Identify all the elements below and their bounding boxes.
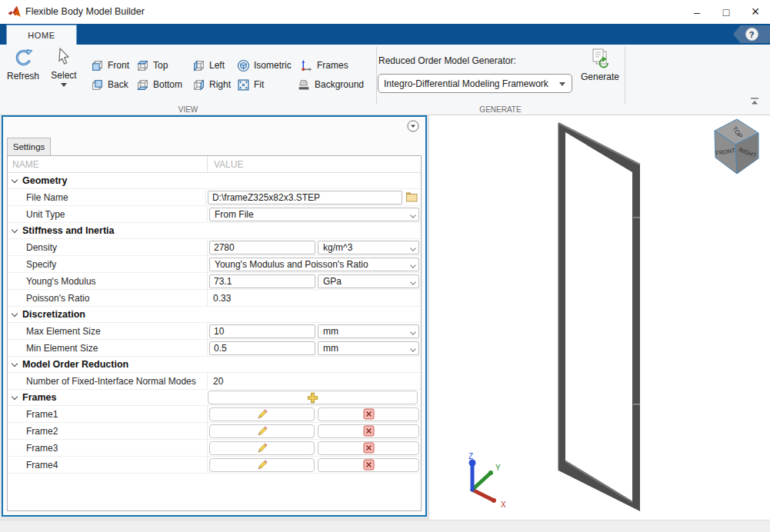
window-controls: – □ × bbox=[682, 0, 770, 24]
app-window: Flexible Body Model Builder – □ × HOME ?… bbox=[0, 0, 770, 532]
edit-pencil-icon bbox=[256, 425, 268, 437]
folder-icon bbox=[405, 191, 418, 203]
unit-type-dropdown[interactable]: From File bbox=[209, 208, 419, 221]
help-button[interactable]: ? bbox=[733, 25, 770, 43]
view-fit-button[interactable]: Fit bbox=[237, 76, 264, 93]
view-top-button[interactable]: Top bbox=[136, 57, 168, 74]
section-row-discretization[interactable]: Discretization bbox=[8, 307, 421, 323]
edit-frame2-button[interactable] bbox=[209, 424, 315, 438]
add-frame-button[interactable] bbox=[208, 391, 418, 404]
ribbon-tab-bar: HOME ? bbox=[0, 24, 770, 45]
generate-icon bbox=[589, 48, 611, 69]
matlab-logo-icon bbox=[8, 5, 21, 18]
chevron-down-icon bbox=[559, 82, 565, 86]
column-header-value: VALUE bbox=[208, 156, 421, 172]
view-left-button[interactable]: Left bbox=[192, 57, 225, 74]
generate-section-label: GENERATE bbox=[376, 105, 625, 114]
refresh-button[interactable]: Refresh bbox=[6, 48, 40, 81]
table-row-poissons-ratio: Poisson's Ratio 0.33 bbox=[8, 290, 421, 307]
min-element-size-input[interactable] bbox=[209, 341, 315, 355]
chevron-down-icon bbox=[410, 262, 416, 268]
table-row-normal-modes: Number of Fixed-Interface Normal Modes 2… bbox=[8, 373, 421, 390]
cube-top-icon bbox=[136, 59, 149, 72]
density-input[interactable] bbox=[209, 241, 315, 254]
youngs-modulus-input[interactable] bbox=[209, 274, 315, 288]
delete-frame3-button[interactable] bbox=[318, 441, 419, 455]
edit-frame3-button[interactable] bbox=[209, 441, 315, 455]
chevron-down-icon bbox=[410, 245, 416, 251]
tab-home[interactable]: HOME bbox=[6, 25, 77, 45]
view-right-button[interactable]: Right bbox=[192, 76, 231, 93]
section-row-frames[interactable]: Frames bbox=[8, 390, 421, 406]
file-name-input[interactable] bbox=[208, 191, 402, 204]
table-row-frame3: Frame3 bbox=[8, 440, 421, 457]
table-row-file-name: File Name bbox=[8, 189, 421, 206]
panel-collapse-button[interactable] bbox=[407, 120, 419, 132]
section-row-stiffness[interactable]: Stiffness and Inertia bbox=[8, 223, 421, 239]
rom-generator-label: Reduced Order Model Generator: bbox=[378, 55, 516, 66]
edit-pencil-icon bbox=[256, 459, 268, 471]
delete-icon bbox=[363, 442, 375, 454]
view-front-button[interactable]: Front bbox=[91, 57, 129, 74]
table-row-frame2: Frame2 bbox=[8, 423, 421, 440]
max-element-size-input[interactable] bbox=[209, 324, 315, 338]
youngs-modulus-unit-dropdown[interactable]: GPa bbox=[318, 274, 419, 288]
axes-triad: X Y Z bbox=[468, 452, 506, 509]
table-row-unit-type: Unit Type From File bbox=[8, 206, 421, 223]
table-header: NAME VALUE bbox=[8, 156, 421, 173]
cube-right-icon bbox=[192, 78, 205, 91]
specify-dropdown[interactable]: Young's Modulus and Poisson's Ratio bbox=[209, 258, 419, 271]
close-button[interactable]: × bbox=[741, 0, 770, 24]
status-bar bbox=[0, 520, 770, 532]
cube-bottom-icon bbox=[136, 78, 149, 91]
edit-frame4-button[interactable] bbox=[209, 458, 315, 472]
table-row-min-element-size: Min Element Size mm bbox=[8, 340, 421, 357]
view-background-button[interactable]: Background bbox=[297, 76, 364, 93]
table-row-specify: Specify Young's Modulus and Poisson's Ra… bbox=[8, 256, 421, 273]
axis-x-label: X bbox=[501, 500, 506, 509]
edit-frame1-button[interactable] bbox=[209, 407, 315, 421]
tab-settings[interactable]: Settings bbox=[7, 138, 51, 155]
rom-generator-dropdown[interactable]: Integro-Differential Modeling Framework bbox=[378, 74, 572, 93]
delete-frame4-button[interactable] bbox=[318, 458, 419, 472]
section-row-geometry[interactable]: Geometry bbox=[8, 173, 421, 189]
normal-modes-value[interactable]: 20 bbox=[209, 376, 223, 387]
background-icon bbox=[297, 78, 311, 91]
chevron-down-icon bbox=[12, 226, 18, 232]
frames-icon bbox=[299, 59, 313, 72]
max-element-unit-dropdown[interactable]: mm bbox=[318, 324, 419, 338]
view-back-button[interactable]: Back bbox=[91, 76, 128, 93]
table-row-frame4: Frame4 bbox=[8, 457, 421, 474]
generate-button[interactable]: Generate bbox=[578, 48, 622, 82]
view-isometric-button[interactable]: Isometric bbox=[237, 57, 292, 74]
chevron-down-icon bbox=[12, 310, 18, 316]
min-element-unit-dropdown[interactable]: mm bbox=[318, 341, 419, 355]
fit-icon bbox=[237, 78, 250, 91]
model-viewport[interactable]: TOP FRONT RIGHT X Y Z bbox=[428, 115, 770, 520]
maximize-button[interactable]: □ bbox=[712, 0, 741, 24]
view-frames-button[interactable]: Frames bbox=[299, 57, 348, 74]
chevron-down-icon bbox=[12, 176, 18, 182]
view-bottom-button[interactable]: Bottom bbox=[136, 76, 182, 93]
help-icon: ? bbox=[745, 28, 758, 41]
delete-frame1-button[interactable] bbox=[318, 407, 419, 421]
property-table: NAME VALUE Geometry File Name bbox=[7, 155, 422, 511]
cube-front-icon bbox=[91, 59, 104, 72]
poissons-ratio-value[interactable]: 0.33 bbox=[209, 293, 231, 304]
density-unit-dropdown[interactable]: kg/m^3 bbox=[318, 241, 419, 254]
browse-file-button[interactable] bbox=[404, 191, 419, 204]
ribbon-section-strip: VIEW GENERATE bbox=[0, 105, 770, 115]
view-cube[interactable]: TOP FRONT RIGHT bbox=[715, 119, 758, 174]
minimize-button[interactable]: – bbox=[682, 0, 712, 24]
chevron-down-icon bbox=[410, 279, 416, 285]
ribbon-toolbar: Refresh Select Front Top bbox=[0, 45, 770, 105]
section-row-model-order-reduction[interactable]: Model Order Reduction bbox=[8, 357, 421, 373]
delete-icon bbox=[363, 459, 375, 470]
isometric-icon bbox=[237, 59, 250, 72]
delete-icon bbox=[363, 408, 375, 420]
delete-frame2-button[interactable] bbox=[318, 424, 419, 438]
rom-generator-value: Integro-Differential Modeling Framework bbox=[384, 78, 548, 89]
axis-z-label: Z bbox=[468, 452, 473, 461]
chevron-down-icon bbox=[12, 360, 18, 366]
select-button[interactable]: Select bbox=[46, 48, 82, 87]
